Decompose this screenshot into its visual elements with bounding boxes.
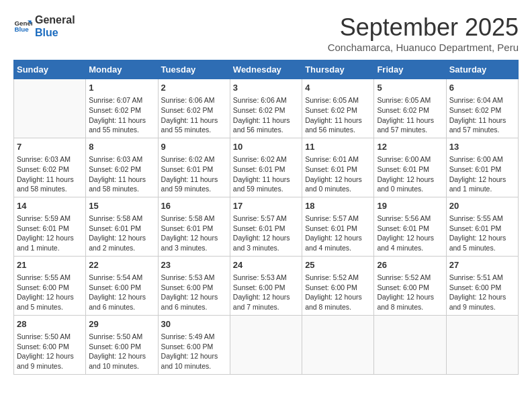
calendar-week-row: 7Sunrise: 6:03 AM Sunset: 6:02 PM Daylig… bbox=[14, 138, 519, 197]
page-header: General Blue General Blue September 2025… bbox=[13, 13, 519, 53]
calendar-cell: 19Sunrise: 5:56 AM Sunset: 6:01 PM Dayli… bbox=[374, 197, 446, 256]
day-info: Sunrise: 5:52 AM Sunset: 6:00 PM Dayligh… bbox=[377, 273, 443, 312]
day-number: 5 bbox=[377, 82, 443, 94]
day-number: 6 bbox=[449, 82, 515, 94]
calendar-cell: 28Sunrise: 5:50 AM Sunset: 6:00 PM Dayli… bbox=[14, 315, 86, 374]
logo-line2: Blue bbox=[35, 26, 75, 39]
weekday-header: Monday bbox=[86, 60, 158, 79]
day-info: Sunrise: 5:57 AM Sunset: 6:01 PM Dayligh… bbox=[233, 214, 299, 253]
day-info: Sunrise: 5:50 AM Sunset: 6:00 PM Dayligh… bbox=[89, 332, 154, 371]
calendar-cell: 9Sunrise: 6:02 AM Sunset: 6:01 PM Daylig… bbox=[158, 138, 230, 197]
calendar-cell bbox=[374, 315, 446, 374]
calendar-cell: 2Sunrise: 6:06 AM Sunset: 6:02 PM Daylig… bbox=[158, 79, 230, 138]
calendar-cell bbox=[230, 315, 302, 374]
calendar-cell: 20Sunrise: 5:55 AM Sunset: 6:01 PM Dayli… bbox=[446, 197, 518, 256]
day-info: Sunrise: 6:02 AM Sunset: 6:01 PM Dayligh… bbox=[161, 154, 227, 194]
calendar-week-row: 14Sunrise: 5:59 AM Sunset: 6:01 PM Dayli… bbox=[14, 197, 519, 256]
logo-icon: General Blue bbox=[13, 17, 32, 36]
calendar-cell: 25Sunrise: 5:52 AM Sunset: 6:00 PM Dayli… bbox=[302, 256, 374, 315]
day-number: 27 bbox=[449, 259, 515, 271]
day-info: Sunrise: 5:50 AM Sunset: 6:00 PM Dayligh… bbox=[17, 332, 83, 371]
day-info: Sunrise: 5:56 AM Sunset: 6:01 PM Dayligh… bbox=[377, 214, 443, 253]
day-number: 30 bbox=[161, 318, 227, 330]
calendar-cell bbox=[14, 79, 86, 138]
calendar-cell: 5Sunrise: 6:05 AM Sunset: 6:02 PM Daylig… bbox=[374, 79, 446, 138]
day-number: 24 bbox=[233, 259, 299, 271]
day-number: 4 bbox=[305, 82, 371, 94]
calendar-cell: 29Sunrise: 5:50 AM Sunset: 6:00 PM Dayli… bbox=[86, 315, 158, 374]
calendar-cell: 12Sunrise: 6:00 AM Sunset: 6:01 PM Dayli… bbox=[374, 138, 446, 197]
day-info: Sunrise: 5:55 AM Sunset: 6:00 PM Dayligh… bbox=[17, 273, 83, 312]
day-number: 25 bbox=[305, 259, 371, 271]
calendar-cell: 21Sunrise: 5:55 AM Sunset: 6:00 PM Dayli… bbox=[14, 256, 86, 315]
day-number: 9 bbox=[161, 141, 227, 153]
month-title: September 2025 bbox=[328, 13, 519, 42]
day-info: Sunrise: 5:53 AM Sunset: 6:00 PM Dayligh… bbox=[161, 273, 227, 312]
day-info: Sunrise: 6:04 AM Sunset: 6:02 PM Dayligh… bbox=[449, 95, 515, 135]
title-block: September 2025 Conchamarca, Huanuco Depa… bbox=[328, 13, 519, 53]
day-number: 10 bbox=[233, 141, 299, 153]
calendar-cell: 8Sunrise: 6:03 AM Sunset: 6:02 PM Daylig… bbox=[86, 138, 158, 197]
day-number: 13 bbox=[449, 141, 515, 153]
day-number: 8 bbox=[89, 141, 154, 153]
day-info: Sunrise: 6:00 AM Sunset: 6:01 PM Dayligh… bbox=[449, 154, 515, 194]
day-info: Sunrise: 6:03 AM Sunset: 6:02 PM Dayligh… bbox=[17, 154, 83, 194]
day-info: Sunrise: 6:05 AM Sunset: 6:02 PM Dayligh… bbox=[377, 95, 443, 135]
day-number: 29 bbox=[89, 318, 154, 330]
day-number: 22 bbox=[89, 259, 154, 271]
calendar-cell: 18Sunrise: 5:57 AM Sunset: 6:01 PM Dayli… bbox=[302, 197, 374, 256]
day-number: 7 bbox=[17, 141, 83, 153]
day-number: 17 bbox=[233, 200, 299, 212]
calendar-week-row: 21Sunrise: 5:55 AM Sunset: 6:00 PM Dayli… bbox=[14, 256, 519, 315]
svg-text:Blue: Blue bbox=[14, 26, 29, 34]
day-info: Sunrise: 5:51 AM Sunset: 6:00 PM Dayligh… bbox=[449, 273, 515, 312]
calendar-cell: 26Sunrise: 5:52 AM Sunset: 6:00 PM Dayli… bbox=[374, 256, 446, 315]
logo: General Blue General Blue bbox=[13, 13, 75, 39]
day-number: 20 bbox=[449, 200, 515, 212]
calendar-cell: 10Sunrise: 6:02 AM Sunset: 6:01 PM Dayli… bbox=[230, 138, 302, 197]
subtitle: Conchamarca, Huanuco Department, Peru bbox=[328, 42, 519, 53]
day-info: Sunrise: 5:57 AM Sunset: 6:01 PM Dayligh… bbox=[305, 214, 371, 253]
day-info: Sunrise: 6:06 AM Sunset: 6:02 PM Dayligh… bbox=[233, 95, 299, 135]
calendar-cell: 4Sunrise: 6:05 AM Sunset: 6:02 PM Daylig… bbox=[302, 79, 374, 138]
weekday-header-row: SundayMondayTuesdayWednesdayThursdayFrid… bbox=[14, 60, 519, 79]
day-info: Sunrise: 6:02 AM Sunset: 6:01 PM Dayligh… bbox=[233, 154, 299, 194]
day-info: Sunrise: 5:52 AM Sunset: 6:00 PM Dayligh… bbox=[305, 273, 371, 312]
day-info: Sunrise: 6:06 AM Sunset: 6:02 PM Dayligh… bbox=[161, 95, 227, 135]
calendar-cell bbox=[302, 315, 374, 374]
day-number: 16 bbox=[161, 200, 227, 212]
day-number: 2 bbox=[161, 82, 227, 94]
day-number: 28 bbox=[17, 318, 83, 330]
day-number: 12 bbox=[377, 141, 443, 153]
calendar-cell: 22Sunrise: 5:54 AM Sunset: 6:00 PM Dayli… bbox=[86, 256, 158, 315]
day-info: Sunrise: 5:59 AM Sunset: 6:01 PM Dayligh… bbox=[17, 214, 83, 253]
weekday-header: Sunday bbox=[14, 60, 86, 79]
calendar-cell: 13Sunrise: 6:00 AM Sunset: 6:01 PM Dayli… bbox=[446, 138, 518, 197]
calendar-cell: 11Sunrise: 6:01 AM Sunset: 6:01 PM Dayli… bbox=[302, 138, 374, 197]
calendar-cell: 3Sunrise: 6:06 AM Sunset: 6:02 PM Daylig… bbox=[230, 79, 302, 138]
day-info: Sunrise: 5:58 AM Sunset: 6:01 PM Dayligh… bbox=[161, 214, 227, 253]
day-info: Sunrise: 5:49 AM Sunset: 6:00 PM Dayligh… bbox=[161, 332, 227, 371]
day-info: Sunrise: 6:07 AM Sunset: 6:02 PM Dayligh… bbox=[89, 95, 154, 135]
calendar-week-row: 28Sunrise: 5:50 AM Sunset: 6:00 PM Dayli… bbox=[14, 315, 519, 374]
weekday-header: Wednesday bbox=[230, 60, 302, 79]
calendar-cell: 30Sunrise: 5:49 AM Sunset: 6:00 PM Dayli… bbox=[158, 315, 230, 374]
day-number: 11 bbox=[305, 141, 371, 153]
calendar-cell: 17Sunrise: 5:57 AM Sunset: 6:01 PM Dayli… bbox=[230, 197, 302, 256]
day-info: Sunrise: 6:05 AM Sunset: 6:02 PM Dayligh… bbox=[305, 95, 371, 135]
calendar-cell: 15Sunrise: 5:58 AM Sunset: 6:01 PM Dayli… bbox=[86, 197, 158, 256]
day-number: 3 bbox=[233, 82, 299, 94]
day-info: Sunrise: 6:00 AM Sunset: 6:01 PM Dayligh… bbox=[377, 154, 443, 194]
weekday-header: Friday bbox=[374, 60, 446, 79]
calendar-cell: 23Sunrise: 5:53 AM Sunset: 6:00 PM Dayli… bbox=[158, 256, 230, 315]
logo-line1: General bbox=[35, 13, 75, 26]
day-info: Sunrise: 6:01 AM Sunset: 6:01 PM Dayligh… bbox=[305, 154, 371, 194]
calendar-cell: 16Sunrise: 5:58 AM Sunset: 6:01 PM Dayli… bbox=[158, 197, 230, 256]
day-number: 23 bbox=[161, 259, 227, 271]
day-number: 21 bbox=[17, 259, 83, 271]
calendar-cell: 1Sunrise: 6:07 AM Sunset: 6:02 PM Daylig… bbox=[86, 79, 158, 138]
day-number: 18 bbox=[305, 200, 371, 212]
calendar-cell: 24Sunrise: 5:53 AM Sunset: 6:00 PM Dayli… bbox=[230, 256, 302, 315]
calendar-cell bbox=[446, 315, 518, 374]
calendar-week-row: 1Sunrise: 6:07 AM Sunset: 6:02 PM Daylig… bbox=[14, 79, 519, 138]
